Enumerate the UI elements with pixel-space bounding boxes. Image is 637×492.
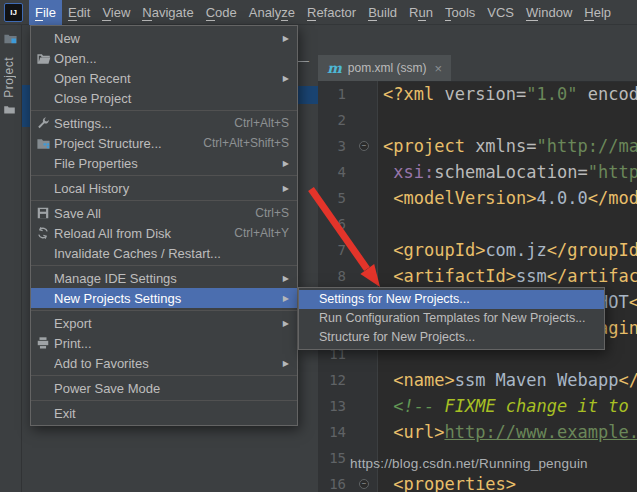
menubar-item-edit[interactable]: Edit [62, 0, 96, 25]
menu-item-label: Power Save Mode [54, 381, 289, 396]
settings-wrench-icon [35, 115, 51, 131]
close-tab-icon[interactable]: × [435, 62, 443, 75]
fold-marker-icon[interactable]: − [359, 141, 369, 151]
fold-column [358, 263, 377, 289]
project-toolwindow-button[interactable] [3, 31, 18, 46]
menubar-item-tools[interactable]: Tools [439, 0, 481, 25]
project-folder-icon [3, 31, 18, 46]
submenu-arrow-icon: ▶ [283, 294, 289, 303]
code-line: 8 <artifactId>ssm</artifactId> [318, 263, 637, 289]
menu-item-add-to-favorites[interactable]: Add to Favorites▶ [31, 353, 297, 373]
code-text[interactable] [377, 211, 383, 237]
code-text[interactable]: <!-- FIXME change it to the project's we… [377, 393, 637, 419]
menu-item-export[interactable]: Export▶ [31, 313, 297, 333]
menubar-item-view[interactable]: View [96, 0, 136, 25]
editor-tab-bar: m pom.xml (ssm) × [318, 55, 637, 82]
menu-item-file-properties[interactable]: File Properties▶ [31, 153, 297, 173]
favorites-toolwindow-button[interactable] [3, 103, 16, 116]
menu-item-icon-placeholder [35, 355, 51, 371]
open-folder-icon [35, 50, 51, 66]
menu-item-manage-ide-settings[interactable]: Manage IDE Settings▶ [31, 268, 297, 288]
code-text[interactable]: <name>ssm Maven Webapp</name> [377, 367, 637, 393]
menu-item-icon-placeholder [35, 315, 51, 331]
menubar-item-vcs[interactable]: VCS [481, 0, 520, 25]
fold-column: − [358, 471, 377, 492]
menu-item-shortcut: Ctrl+Alt+Y [234, 226, 289, 240]
menubar-item-window[interactable]: Window [520, 0, 578, 25]
menu-item-local-history[interactable]: Local History▶ [31, 178, 297, 198]
menu-item-icon-placeholder [35, 380, 51, 396]
line-number: 5 [318, 185, 358, 211]
menu-item-label: Project Structure... [54, 136, 187, 151]
menubar-item-navigate[interactable]: Navigate [136, 0, 199, 25]
tab-title: pom.xml (ssm) [348, 61, 427, 75]
fold-marker-icon[interactable]: − [359, 479, 369, 489]
menu-item-label: Save All [54, 206, 239, 221]
menu-item-open[interactable]: Open... [31, 48, 297, 68]
line-number: 8 [318, 263, 358, 289]
code-text[interactable]: xsi:schemaLocation="http://maven.apache.… [377, 159, 637, 185]
menu-item-new[interactable]: New▶ [31, 28, 297, 48]
watermark: https://blog.csdn.net/Running_penguin [350, 456, 588, 471]
menu-item-shortcut: Ctrl+Alt+S [234, 116, 289, 130]
menu-item-settings[interactable]: Settings...Ctrl+Alt+S [31, 113, 297, 133]
menu-item-label: Export [54, 316, 275, 331]
menu-item-project-structure[interactable]: Project Structure...Ctrl+Alt+Shift+S [31, 133, 297, 153]
menubar-item-code[interactable]: Code [200, 0, 243, 25]
left-tool-stripe: Project [0, 25, 22, 492]
menu-item-print[interactable]: Print... [31, 333, 297, 353]
code-text[interactable]: <url>http://www.example.com</url> [377, 419, 637, 445]
submenu-item-settings-for-new-projects[interactable]: Settings for New Projects... [299, 290, 604, 309]
menu-item-label: Reload All from Disk [54, 226, 218, 241]
submenu-arrow-icon: ▶ [283, 74, 289, 83]
menu-item-label: Settings... [54, 116, 218, 131]
editor[interactable]: m pom.xml (ssm) × 1<?xml version="1.0" e… [318, 55, 637, 492]
submenu-item-structure-for-new-projects[interactable]: Structure for New Projects... [299, 328, 604, 347]
code-text[interactable]: <properties> [377, 471, 516, 492]
menu-item-exit[interactable]: Exit [31, 403, 297, 423]
menu-bar: IJ FileEditViewNavigateCodeAnalyzeRefact… [0, 0, 637, 25]
menu-item-icon-placeholder [35, 30, 51, 46]
menu-item-save-all[interactable]: Save AllCtrl+S [31, 203, 297, 223]
menu-item-label: New [54, 31, 275, 46]
print-icon [35, 335, 51, 351]
menubar-item-file[interactable]: File [29, 0, 62, 25]
menubar-item-run[interactable]: Run [403, 0, 439, 25]
submenu-item-run-configuration-templates-for-new-projects[interactable]: Run Configuration Templates for New Proj… [299, 309, 604, 328]
code-text[interactable]: <modelVersion>4.0.0</modelVersion> [377, 185, 637, 211]
code-text[interactable]: <artifactId>ssm</artifactId> [377, 263, 637, 289]
menu-item-invalidate-caches-restart[interactable]: Invalidate Caches / Restart... [31, 243, 297, 263]
line-number: 13 [318, 393, 358, 419]
code-text[interactable]: <project xmlns="http://maven.apache.org/… [377, 133, 637, 159]
menu-item-close-project[interactable]: Close Project [31, 88, 297, 108]
menu-item-label: Print... [54, 336, 289, 351]
menu-item-label: Add to Favorites [54, 356, 275, 371]
fold-column [358, 211, 377, 237]
code-text[interactable]: <groupId>com.jz</groupId> [377, 237, 637, 263]
menubar-item-refactor[interactable]: Refactor [301, 0, 362, 25]
code-text[interactable] [377, 107, 383, 133]
menu-item-label: Open Recent [54, 71, 275, 86]
menubar-item-build[interactable]: Build [362, 0, 403, 25]
code-text[interactable]: <?xml version="1.0" encoding="UTF-8"?> [377, 81, 637, 107]
fold-column: − [358, 133, 377, 159]
menu-item-power-save-mode[interactable]: Power Save Mode [31, 378, 297, 398]
menu-item-label: New Projects Settings [54, 291, 275, 306]
menu-item-icon-placeholder [35, 155, 51, 171]
menu-item-new-projects-settings[interactable]: New Projects Settings▶ [31, 288, 297, 308]
fold-column [358, 367, 377, 393]
code-line: 5 <modelVersion>4.0.0</modelVersion> [318, 185, 637, 211]
fold-column [358, 107, 377, 133]
line-number: 2 [318, 107, 358, 133]
menu-item-open-recent[interactable]: Open Recent▶ [31, 68, 297, 88]
hide-panel-button[interactable]: — [296, 54, 310, 68]
project-stripe-label[interactable]: Project [2, 57, 16, 98]
menu-item-reload-all-from-disk[interactable]: Reload All from DiskCtrl+Alt+Y [31, 223, 297, 243]
fold-column [358, 81, 377, 107]
menu-item-icon-placeholder [35, 70, 51, 86]
menubar-item-help[interactable]: Help [578, 0, 617, 25]
tab-pom-xml[interactable]: m pom.xml (ssm) × [318, 55, 451, 81]
fold-column [358, 159, 377, 185]
menubar-item-analyze[interactable]: Analyze [243, 0, 301, 25]
line-number: 4 [318, 159, 358, 185]
